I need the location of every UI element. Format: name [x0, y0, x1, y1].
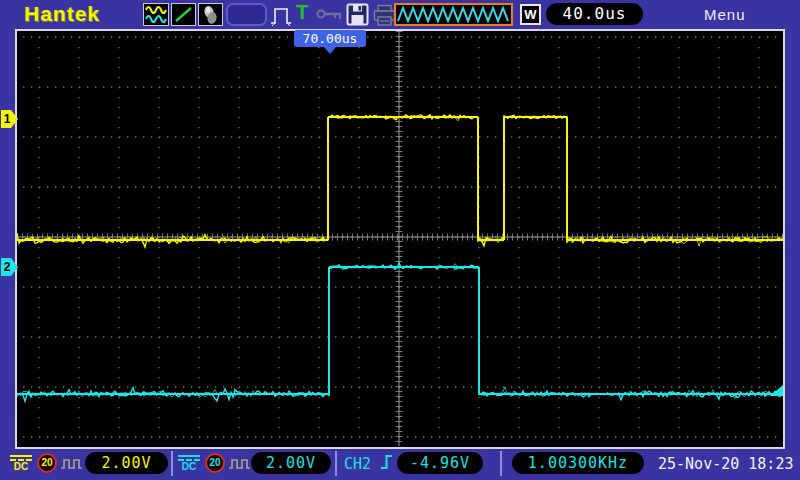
pulse-width-icon	[269, 3, 293, 31]
trigger-position-flag[interactable]: 70.00us	[294, 30, 366, 47]
brand-logo: Hantek	[24, 2, 100, 26]
ch1-coupling-icon: DC	[8, 454, 34, 474]
memory-preview	[394, 3, 513, 26]
divider	[335, 451, 337, 476]
acquisition-indicator: W	[520, 4, 541, 25]
save-floppy-icon	[346, 3, 369, 30]
ch1-coupling-label: DC	[14, 461, 28, 472]
ch2-bandwidth-badge: 20	[205, 453, 225, 473]
timebase-readout: 40.0us	[546, 3, 643, 25]
svg-text:2: 2	[4, 260, 11, 274]
ch2-scale-readout: 2.00V	[251, 452, 331, 474]
frequency-counter-readout: 1.00300KHz	[512, 452, 644, 474]
bitmap-preview-icon	[198, 3, 223, 26]
keylock-icon	[315, 7, 345, 26]
channel-waves-icon	[143, 3, 169, 26]
ch2-squarewave-icon	[228, 456, 251, 475]
oscilloscope-screen: Hantek T	[0, 0, 800, 480]
rising-edge-icon	[380, 453, 393, 476]
memory-waveform-icon	[396, 5, 511, 24]
trigger-level-readout: -4.96V	[397, 452, 483, 474]
slope-line-icon	[171, 3, 196, 26]
ch1-scale-readout: 2.00V	[85, 452, 168, 474]
ch2-coupling-icon: DC	[176, 454, 202, 474]
trigger-source-label: CH2	[344, 455, 371, 473]
datetime-readout: 25-Nov-20 18:23	[658, 455, 793, 473]
ch2-coupling-label: DC	[182, 461, 196, 472]
trigger-T-icon: T	[296, 1, 308, 24]
graticule-area	[15, 29, 785, 449]
svg-text:1: 1	[4, 112, 11, 126]
divider	[500, 451, 502, 476]
ch1-bandwidth-badge: 20	[37, 453, 57, 473]
ch1-squarewave-icon	[60, 456, 83, 475]
divider	[171, 451, 173, 476]
menu-button[interactable]: Menu	[704, 6, 746, 23]
empty-slot-icon	[226, 3, 267, 26]
